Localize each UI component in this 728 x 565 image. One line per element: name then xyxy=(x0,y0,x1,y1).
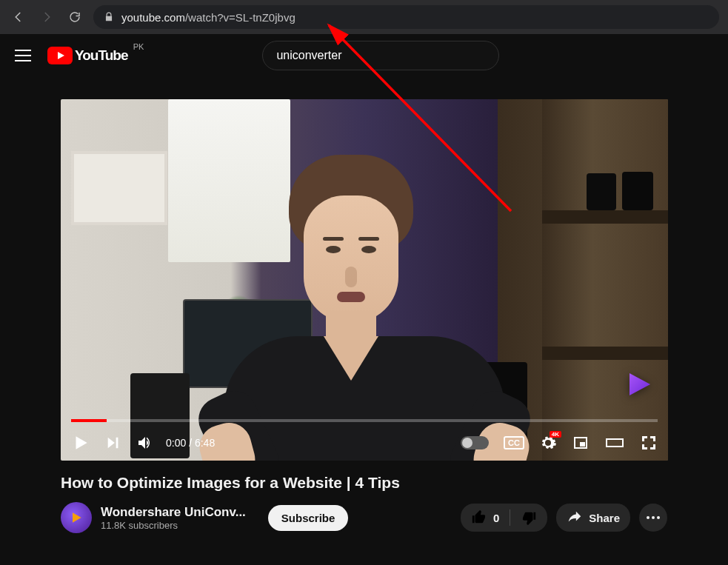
ellipsis-icon xyxy=(652,516,655,519)
hamburger-menu[interactable] xyxy=(15,46,31,65)
next-button[interactable] xyxy=(105,435,121,451)
quality-badge: 4K xyxy=(550,431,561,438)
channel-watermark-icon[interactable] xyxy=(624,369,655,400)
volume-button[interactable] xyxy=(136,434,154,452)
thumbs-down-icon xyxy=(521,509,537,526)
channel-name[interactable]: Wondershare UniConv... xyxy=(101,505,246,520)
play-button[interactable] xyxy=(71,433,90,452)
video-title: How to Optimize Images for a Website | 4… xyxy=(61,474,667,492)
back-button[interactable] xyxy=(9,7,28,27)
search-input[interactable]: uniconverter xyxy=(262,41,499,70)
forward-button[interactable] xyxy=(37,7,56,27)
thumbs-up-icon xyxy=(471,509,487,526)
time-display: 0:00 / 6:48 xyxy=(166,437,215,449)
address-bar[interactable]: youtube.com/watch?v=SL-tnZ0jbvg xyxy=(93,5,719,29)
dislike-button[interactable] xyxy=(510,509,547,526)
miniplayer-button[interactable] xyxy=(572,434,590,452)
autoplay-toggle[interactable] xyxy=(461,436,489,449)
search-query-text: uniconverter xyxy=(276,49,341,62)
subscribe-button[interactable]: Subscribe xyxy=(268,505,349,531)
share-icon xyxy=(567,509,583,526)
fullscreen-button[interactable] xyxy=(640,434,658,452)
settings-button[interactable]: 4K xyxy=(539,434,557,452)
share-label: Share xyxy=(589,512,620,524)
video-player[interactable]: 0:00 / 6:48 CC 4K xyxy=(61,99,668,461)
share-button[interactable]: Share xyxy=(556,504,630,532)
youtube-header: YouTube PK uniconverter xyxy=(0,34,728,77)
captions-button[interactable]: CC xyxy=(504,436,524,449)
youtube-wordmark: YouTube xyxy=(75,47,127,64)
more-actions-button[interactable] xyxy=(639,504,667,532)
subscriber-count: 11.8K subscribers xyxy=(101,520,246,531)
youtube-logo[interactable]: YouTube PK xyxy=(47,47,127,64)
like-dislike-group: 0 xyxy=(461,504,547,532)
channel-avatar[interactable] xyxy=(61,502,92,533)
video-meta-row: Wondershare UniConv... 11.8K subscribers… xyxy=(61,502,667,533)
like-button[interactable]: 0 xyxy=(461,509,510,526)
video-frame xyxy=(61,99,668,461)
theater-button[interactable] xyxy=(604,434,625,452)
like-count: 0 xyxy=(493,512,499,524)
browser-toolbar: youtube.com/watch?v=SL-tnZ0jbvg xyxy=(0,0,728,34)
lock-icon xyxy=(104,12,114,22)
country-code: PK xyxy=(133,42,144,51)
youtube-play-icon xyxy=(47,47,73,64)
progress-bar[interactable] xyxy=(71,419,658,422)
url-text: youtube.com/watch?v=SL-tnZ0jbvg xyxy=(121,11,295,24)
reload-button[interactable] xyxy=(65,7,84,27)
player-controls: 0:00 / 6:48 CC 4K xyxy=(61,425,668,461)
